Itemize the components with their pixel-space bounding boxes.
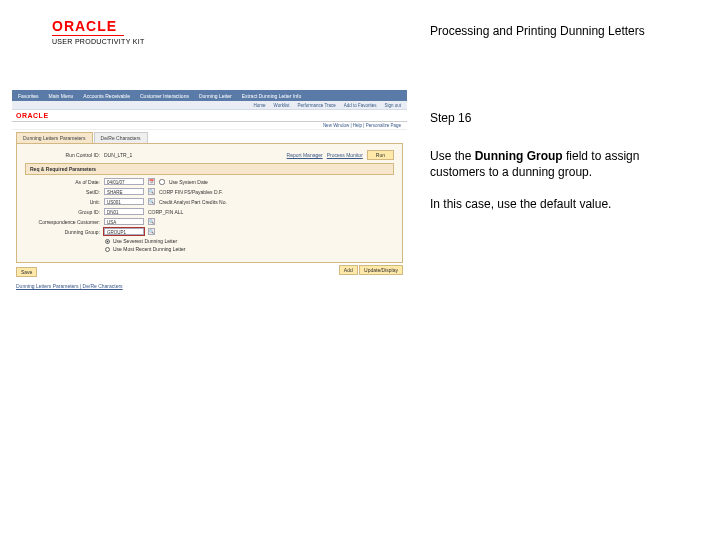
use-system-date-label: Use System Date	[169, 179, 208, 185]
subsection-header: Req & Required Parameters	[25, 163, 394, 175]
group-label: Group ID:	[25, 209, 100, 215]
lookup-icon[interactable]: 🔍	[148, 188, 155, 195]
lookup-icon[interactable]: 🔍	[148, 228, 155, 235]
instr-pre: Use the	[430, 149, 475, 163]
setid-input[interactable]: SHARE	[104, 188, 144, 195]
brand-name: ORACLE	[52, 18, 145, 34]
brand-logo: ORACLE USER PRODUCTIVITY KIT	[52, 18, 145, 45]
subnav-item[interactable]: Performance Trace	[297, 103, 335, 108]
app-screenshot: Favorites Main Menu Accounts Receivable …	[12, 90, 407, 290]
topic-title: Processing and Printing Dunning Letters	[430, 24, 645, 38]
corr-input[interactable]: USA	[104, 218, 144, 225]
calendar-icon[interactable]: 📅	[148, 178, 155, 185]
step-note: In this case, use the default value.	[430, 196, 690, 212]
radio-recent[interactable]	[105, 247, 110, 252]
subnav-item[interactable]: Worklist	[274, 103, 290, 108]
tab-active[interactable]: Dunning Letters Parameters	[16, 132, 93, 143]
footer-buttons: Save Add Update/Display	[12, 263, 407, 281]
report-manager-link[interactable]: Report Manager	[287, 152, 323, 158]
subnav-item[interactable]: Add to Favorites	[344, 103, 377, 108]
run-control-value: DUN_LTR_1	[104, 152, 132, 158]
dunning-group-input[interactable]: GROUP1	[104, 228, 144, 235]
lookup-icon[interactable]: 🔍	[148, 198, 155, 205]
sub-nav: Home Worklist Performance Trace Add to F…	[12, 101, 407, 110]
top-nav: Favorites Main Menu Accounts Receivable …	[12, 90, 407, 101]
app-logo: ORACLE	[16, 112, 49, 119]
add-button[interactable]: Add	[339, 265, 358, 275]
letter-option-group: Use Severest Dunning Letter Use Most Rec…	[105, 238, 394, 252]
process-monitor-link[interactable]: Process Monitor	[327, 152, 363, 158]
dunning-group-label: Dunning Group:	[25, 229, 100, 235]
nav-item[interactable]: Main Menu	[49, 93, 74, 99]
nav-item[interactable]: Extract Dunning Letter Info	[242, 93, 301, 99]
setid-label: SetID:	[25, 189, 100, 195]
unit-input[interactable]: US001	[104, 198, 144, 205]
nav-item[interactable]: Favorites	[18, 93, 39, 99]
save-button[interactable]: Save	[16, 267, 37, 277]
app-logo-row: ORACLE	[12, 110, 407, 122]
radio-recent-label: Use Most Recent Dunning Letter	[113, 246, 186, 252]
unit-desc: Credit Analyst Part Credits No.	[159, 199, 227, 205]
setid-desc: CORP FIN FS/Payables D.F.	[159, 189, 223, 195]
as-of-date-label: As of Date:	[25, 179, 100, 185]
subnav-item[interactable]: Home	[254, 103, 266, 108]
run-control-label: Run Control ID:	[25, 152, 100, 158]
step-number: Step 16	[430, 110, 680, 126]
nav-item[interactable]: Customer Interactions	[140, 93, 189, 99]
as-of-date-input[interactable]: 04/01/07	[104, 178, 144, 185]
update-display-button[interactable]: Update/Display	[359, 265, 403, 275]
breadcrumb[interactable]: New Window | Help | Personalize Page	[12, 122, 407, 130]
brand-product: USER PRODUCTIVITY KIT	[52, 38, 145, 45]
lookup-icon[interactable]: 🔍	[148, 218, 155, 225]
brand-bar	[52, 35, 124, 36]
bottom-tab-links[interactable]: Dunning Letters Parameters | De/Re Chara…	[12, 281, 407, 291]
unit-label: Unit:	[25, 199, 100, 205]
form-body: Run Control ID: DUN_LTR_1 Report Manager…	[16, 143, 403, 263]
tab-inactive[interactable]: De/Re Characters	[94, 132, 148, 143]
tabs: Dunning Letters Parameters De/Re Charact…	[12, 130, 407, 143]
corr-label: Correspondence Customer:	[25, 219, 100, 225]
group-input[interactable]: DN01	[104, 208, 144, 215]
nav-item[interactable]: Dunning Letter	[199, 93, 232, 99]
use-system-date-checkbox[interactable]	[159, 179, 165, 185]
run-button[interactable]: Run	[367, 150, 394, 160]
instr-bold: Dunning Group	[475, 149, 563, 163]
subnav-item[interactable]: Sign out	[384, 103, 401, 108]
step-instruction: Use the Dunning Group field to assign cu…	[430, 148, 690, 180]
nav-item[interactable]: Accounts Receivable	[83, 93, 130, 99]
group-desc: CORP_FIN ALL	[148, 209, 183, 215]
radio-severest-label: Use Severest Dunning Letter	[113, 238, 177, 244]
radio-severest[interactable]	[105, 239, 110, 244]
